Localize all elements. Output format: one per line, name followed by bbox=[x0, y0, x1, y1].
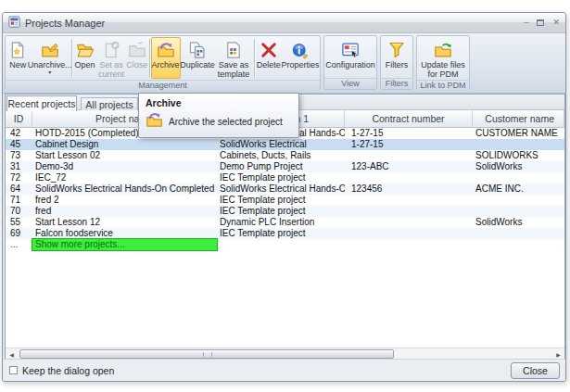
close-button[interactable]: Close bbox=[511, 362, 560, 379]
tooltip-text: Archive the selected project bbox=[169, 117, 283, 127]
cell-contract bbox=[345, 195, 473, 206]
cell-id: 45 bbox=[6, 139, 32, 150]
table-row[interactable]: 71 fred 2 IEC Template project bbox=[6, 195, 564, 206]
keep-dialog-open-label: Keep the dialog open bbox=[22, 365, 114, 376]
cell-description: IEC Template project bbox=[217, 172, 345, 183]
cell-project-name: fred 2 bbox=[32, 195, 217, 206]
close-project-button: Close bbox=[126, 37, 148, 79]
minimize-icon[interactable]: – bbox=[524, 19, 528, 27]
ribbon-group-management: New Unarchive... ▾ Open bbox=[5, 35, 321, 90]
delete-button[interactable]: Delete bbox=[255, 37, 282, 79]
cell-description: Dynamic PLC Insertion bbox=[217, 217, 345, 228]
configuration-icon bbox=[341, 39, 360, 61]
cell-customer bbox=[473, 206, 564, 217]
table-row[interactable]: 31 Demo-3d Demo Pump Project 123-ABC Sol… bbox=[6, 161, 564, 172]
table-row[interactable]: 69 Falcon foodservice IEC Template proje… bbox=[6, 228, 564, 239]
column-header-id[interactable]: ID bbox=[6, 110, 32, 127]
cell-description bbox=[217, 239, 345, 250]
cell-id: 55 bbox=[6, 217, 32, 228]
cell-id: ... bbox=[6, 239, 32, 250]
keep-dialog-open-checkbox[interactable] bbox=[9, 366, 18, 374]
column-header-customer-name[interactable]: Customer name bbox=[473, 110, 564, 127]
cell-id: 71 bbox=[6, 195, 32, 206]
cell-contract: 1-27-15 bbox=[345, 128, 473, 139]
table-row[interactable]: 72 IEC_72 IEC Template project bbox=[6, 172, 564, 183]
cell-project-name: Demo-3d bbox=[32, 161, 217, 172]
cell-project-name: IEC_72 bbox=[32, 172, 217, 183]
cell-description: SolidWorks Electrical bbox=[217, 139, 345, 150]
ribbon-group-view: Configuration View bbox=[323, 35, 377, 90]
cell-customer bbox=[473, 139, 564, 150]
cell-contract bbox=[345, 217, 473, 228]
cell-project-name: Falcon foodservice bbox=[32, 228, 217, 239]
ribbon-group-link-to-pdm: Update files for PDM Link to PDM bbox=[416, 35, 470, 90]
configuration-button[interactable]: Configuration bbox=[325, 37, 375, 77]
cell-customer: SOLIDWORKS bbox=[473, 150, 564, 161]
set-as-current-icon bbox=[102, 39, 120, 61]
properties-button[interactable]: Properties bbox=[282, 37, 319, 79]
ribbon-separator bbox=[149, 39, 150, 77]
app-icon bbox=[8, 15, 20, 32]
save-as-template-button[interactable]: Save as template bbox=[215, 37, 253, 79]
cell-project-name: Cabinet Design bbox=[32, 139, 217, 150]
show-more-projects-link[interactable]: Show more projects... bbox=[32, 239, 217, 250]
close-project-icon bbox=[128, 39, 146, 61]
button-label: New bbox=[9, 61, 26, 70]
button-label: Close bbox=[126, 61, 147, 70]
archive-tooltip-icon bbox=[146, 111, 163, 133]
table-row[interactable]: 73 Start Lesson 02 Cabinets, Ducts, Rail… bbox=[6, 150, 564, 161]
cell-customer: CUSTOMER NAME bbox=[473, 128, 564, 139]
cell-contract bbox=[345, 206, 473, 217]
cell-contract: 1-27-15 bbox=[345, 139, 473, 150]
table-row[interactable]: 55 Start Lesson 12 Dynamic PLC Insertion… bbox=[6, 217, 564, 228]
unarchive-button[interactable]: Unarchive... ▾ bbox=[30, 37, 70, 79]
table-row[interactable]: 70 fred IEC Template project bbox=[6, 206, 564, 217]
button-label: Open bbox=[75, 61, 95, 70]
close-window-icon[interactable]: ✕ bbox=[552, 19, 560, 27]
archive-tooltip: Archive Archive the selected project bbox=[138, 93, 299, 138]
projects-manager-window: Projects Manager – ✕ New Unarch bbox=[2, 12, 566, 382]
duplicate-button[interactable]: Duplicate bbox=[181, 37, 215, 79]
new-button[interactable]: New bbox=[6, 37, 30, 79]
cell-contract bbox=[345, 228, 473, 239]
button-label: Duplicate bbox=[180, 61, 215, 70]
open-button[interactable]: Open bbox=[73, 37, 97, 79]
archive-button[interactable]: Archive bbox=[151, 37, 181, 79]
cell-contract bbox=[345, 172, 473, 183]
tab-recent-projects[interactable]: Recent projects bbox=[6, 95, 77, 111]
table-body: 42 HOTD-2015 (Completed) SolidWorks Elec… bbox=[6, 128, 564, 250]
save-as-template-icon bbox=[224, 39, 243, 61]
button-label: Update files for PDM bbox=[418, 61, 468, 79]
update-files-for-pdm-button[interactable]: Update files for PDM bbox=[418, 37, 468, 79]
cell-contract bbox=[345, 150, 473, 161]
cell-customer bbox=[473, 195, 564, 206]
filters-button[interactable]: Filters bbox=[382, 37, 412, 77]
show-more-projects-row[interactable]: ... Show more projects... bbox=[6, 239, 564, 250]
cell-customer: SolidWorks bbox=[473, 217, 564, 228]
open-folder-icon bbox=[76, 39, 95, 61]
cell-contract: 123456 bbox=[345, 183, 473, 195]
table-row[interactable]: 64 SolidWorks Electrical Hands-On Comple… bbox=[6, 183, 564, 195]
column-header-contract-number[interactable]: Contract number bbox=[345, 110, 473, 127]
set-as-current-button: Set as current bbox=[96, 37, 125, 79]
scrollbar-thumb[interactable] bbox=[19, 349, 394, 359]
table-row-selected[interactable]: 45 Cabinet Design SolidWorks Electrical … bbox=[6, 139, 564, 150]
ribbon: New Unarchive... ▾ Open bbox=[3, 33, 565, 94]
update-pdm-icon bbox=[434, 39, 452, 61]
button-label: Configuration bbox=[325, 61, 375, 70]
cell-contract bbox=[345, 239, 473, 250]
ribbon-group-filters: Filters Filters bbox=[380, 35, 413, 90]
cell-id: 72 bbox=[6, 172, 32, 183]
tab-all-projects[interactable]: All projects bbox=[81, 97, 138, 110]
cell-id: 73 bbox=[6, 150, 32, 161]
group-label-management: Management bbox=[6, 80, 320, 91]
cell-customer bbox=[473, 172, 564, 183]
unarchive-icon bbox=[41, 39, 59, 61]
cell-project-name: Start Lesson 02 bbox=[32, 150, 217, 161]
maximize-icon[interactable] bbox=[537, 19, 544, 26]
cell-description: Cabinets, Ducts, Rails bbox=[217, 150, 345, 161]
cell-project-name: fred bbox=[32, 206, 217, 217]
button-label: Delete bbox=[257, 61, 281, 70]
title-bar: Projects Manager – ✕ bbox=[3, 13, 565, 33]
button-label: Properties bbox=[281, 61, 319, 70]
